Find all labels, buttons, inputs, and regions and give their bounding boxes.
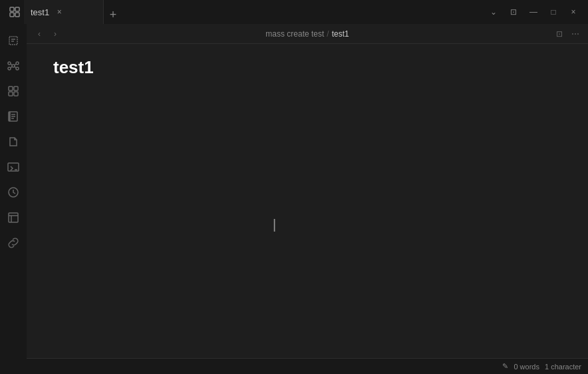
close-button[interactable]: × <box>564 3 583 21</box>
svg-point-7 <box>8 67 11 70</box>
breadcrumb-separator: / <box>327 29 329 39</box>
word-count: 0 words <box>514 363 539 371</box>
title-bar-right: ⌄ ⊡ — □ × <box>484 3 588 21</box>
pages-icon[interactable] <box>2 29 25 52</box>
status-bar-right: ✎ 0 words 1 character <box>502 362 581 371</box>
svg-rect-3 <box>15 13 19 17</box>
documents-icon[interactable] <box>2 130 25 153</box>
cursor-indicator: | <box>273 217 276 232</box>
maximize-button[interactable]: □ <box>544 3 563 21</box>
journal-icon[interactable] <box>2 105 25 128</box>
breadcrumb-parent[interactable]: mass create test <box>265 29 324 39</box>
clock-icon[interactable] <box>2 181 25 204</box>
main-area: ‹ › mass create test / test1 ⊡ ⋯ test1 |… <box>0 24 588 374</box>
nav-forward-button[interactable]: › <box>48 27 63 41</box>
svg-rect-14 <box>14 87 18 91</box>
minimize-button[interactable]: — <box>524 3 543 21</box>
svg-rect-15 <box>9 92 13 96</box>
nav-back-button[interactable]: ‹ <box>32 27 47 41</box>
svg-line-10 <box>15 64 16 65</box>
svg-rect-13 <box>9 87 13 91</box>
tab-close-button[interactable]: × <box>53 6 65 18</box>
title-bar: test1 × + ⌄ ⊡ — □ × <box>0 0 588 24</box>
tab-label: test1 <box>31 7 49 17</box>
tabs-area: test1 × + <box>24 0 484 24</box>
svg-rect-2 <box>10 13 14 17</box>
svg-line-11 <box>11 67 12 68</box>
svg-point-5 <box>8 62 11 65</box>
tab-test1[interactable]: test1 × <box>24 0 104 24</box>
svg-point-4 <box>12 65 15 67</box>
title-bar-left <box>0 3 24 21</box>
plugins-icon[interactable] <box>2 80 25 102</box>
sidebar <box>0 24 27 374</box>
new-tab-button[interactable]: + <box>104 5 122 24</box>
breadcrumb-current: test1 <box>332 29 349 39</box>
status-bar: ✎ 0 words 1 character <box>27 358 588 374</box>
svg-line-12 <box>15 67 16 68</box>
graph-icon[interactable] <box>2 55 25 77</box>
breadcrumb-text: mass create test / test1 <box>265 29 349 39</box>
svg-line-9 <box>11 64 12 65</box>
read-mode-button[interactable]: ⊡ <box>552 27 567 41</box>
terminal-icon[interactable] <box>2 156 25 178</box>
breadcrumb-bar: ‹ › mass create test / test1 ⊡ ⋯ <box>27 24 588 44</box>
editor-content[interactable]: test1 | <box>27 44 588 358</box>
svg-rect-0 <box>10 7 14 11</box>
breadcrumb-nav: ‹ › <box>32 27 63 41</box>
svg-rect-21 <box>9 213 18 222</box>
breadcrumb-actions: ⊡ ⋯ <box>552 27 583 41</box>
dropdown-button[interactable]: ⌄ <box>484 3 503 21</box>
more-options-button[interactable]: ⋯ <box>568 27 583 41</box>
template-icon[interactable] <box>2 206 25 229</box>
note-title: test1 <box>53 57 561 78</box>
svg-rect-16 <box>14 92 18 96</box>
character-count: 1 character <box>545 363 581 371</box>
app-icon <box>5 3 24 21</box>
svg-rect-1 <box>15 7 19 11</box>
edit-icon: ✎ <box>502 362 508 371</box>
layout-button[interactable]: ⊡ <box>504 3 523 21</box>
svg-point-8 <box>16 67 19 70</box>
link-icon[interactable] <box>2 232 25 254</box>
svg-point-6 <box>16 62 19 65</box>
editor-area: ‹ › mass create test / test1 ⊡ ⋯ test1 |… <box>27 24 588 374</box>
